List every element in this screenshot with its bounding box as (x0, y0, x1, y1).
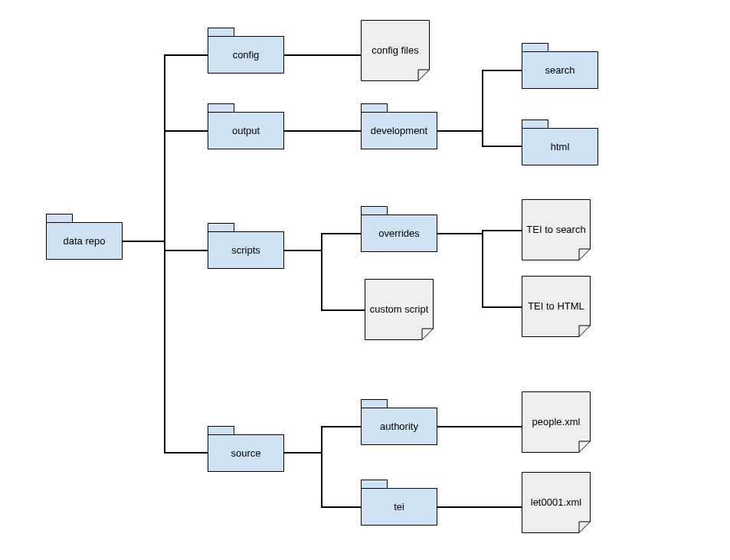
folder-config: config (208, 28, 284, 74)
connector (321, 426, 361, 427)
file-let0001-xml: let0001.xml (522, 472, 591, 533)
connector (164, 54, 208, 56)
connector (482, 306, 522, 308)
folder-label: scripts (208, 231, 284, 269)
file-custom-script: custom script (365, 279, 434, 340)
file-label: TEI to HTML (522, 276, 591, 337)
diagram-canvas: data repoconfigoutputscriptssourcedevelo… (0, 0, 730, 560)
folder-authority: authority (361, 399, 437, 445)
folder-label: data repo (46, 222, 123, 260)
connector (284, 130, 361, 132)
folder-overrides: overrides (361, 206, 437, 252)
folder-source: source (208, 426, 284, 472)
folder-label: tei (361, 488, 437, 526)
connector (437, 233, 483, 234)
folder-label: search (522, 51, 598, 89)
file-tei-to-search: TEI to search (522, 199, 591, 260)
file-label: config files (361, 20, 430, 81)
folder-label: output (208, 112, 284, 149)
connector (164, 250, 208, 251)
connector (321, 426, 322, 508)
connector (482, 70, 483, 147)
connector (321, 233, 361, 234)
folder-label: overrides (361, 215, 437, 252)
folder-html: html (522, 120, 598, 165)
connector (437, 506, 522, 508)
connector (164, 130, 208, 132)
connector (482, 230, 522, 231)
connector (482, 70, 522, 71)
folder-label: development (361, 112, 437, 149)
folder-search: search (522, 43, 598, 89)
folder-label: config (208, 36, 284, 74)
folder-label: authority (361, 408, 437, 445)
folder-label: source (208, 434, 284, 472)
connector (284, 452, 322, 454)
folder-data-repo: data repo (46, 214, 123, 260)
connector (321, 506, 361, 508)
connector (284, 54, 361, 56)
file-tei-to-html: TEI to HTML (522, 276, 591, 337)
connector (482, 230, 483, 308)
connector (321, 309, 365, 311)
connector (437, 130, 483, 132)
folder-development: development (361, 103, 437, 149)
connector (164, 54, 165, 454)
connector (164, 452, 208, 454)
folder-tei: tei (361, 480, 437, 526)
file-label: TEI to search (522, 199, 591, 260)
folder-output: output (208, 103, 284, 149)
connector (321, 233, 322, 311)
file-label: let0001.xml (522, 472, 591, 533)
folder-label: html (522, 128, 598, 165)
file-label: people.xml (522, 391, 591, 453)
connector (482, 146, 522, 147)
file-config-files: config files (361, 20, 430, 81)
connector (284, 250, 322, 251)
connector (123, 241, 165, 242)
file-label: custom script (365, 279, 434, 340)
connector (437, 426, 522, 427)
file-people-xml: people.xml (522, 391, 591, 453)
folder-scripts: scripts (208, 223, 284, 269)
